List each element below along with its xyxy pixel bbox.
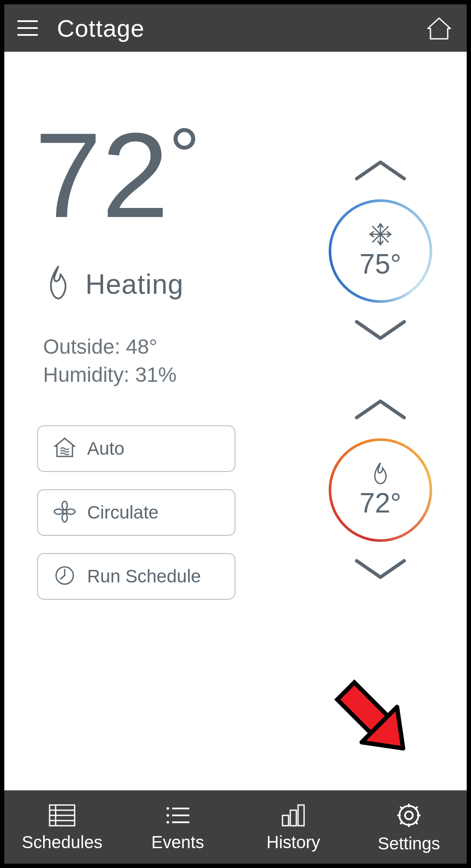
hvac-status: Heating: [85, 268, 184, 300]
flame-small-icon: [371, 461, 390, 487]
history-tab[interactable]: History: [236, 790, 351, 864]
svg-point-37: [399, 806, 418, 825]
history-icon: [278, 802, 308, 830]
run-schedule-label: Run Schedule: [87, 566, 201, 587]
cool-setpoint-block: 75°: [329, 151, 432, 351]
snowflake-icon: [368, 222, 392, 248]
schedules-label: Schedules: [22, 833, 103, 852]
home-icon[interactable]: [426, 16, 452, 42]
humidity: Humidity: 31%: [43, 363, 303, 387]
cool-setpoint-circle[interactable]: 75°: [329, 199, 432, 303]
svg-rect-33: [283, 815, 289, 826]
gear-icon: [395, 801, 423, 831]
svg-point-36: [405, 811, 413, 819]
events-tab[interactable]: Events: [120, 790, 236, 864]
svg-point-2: [66, 509, 75, 514]
current-temperature: 72°: [35, 121, 303, 230]
fan-circulate-label: Circulate: [87, 502, 159, 523]
schedules-icon: [47, 802, 77, 830]
events-label: Events: [151, 833, 204, 852]
svg-point-1: [62, 501, 67, 510]
svg-point-29: [166, 814, 169, 817]
mode-auto-button[interactable]: Auto: [37, 425, 236, 472]
svg-point-27: [166, 807, 169, 810]
heat-up-button[interactable]: [348, 390, 413, 430]
mode-auto-label: Auto: [87, 438, 124, 459]
location-title[interactable]: Cottage: [57, 14, 144, 42]
history-label: History: [267, 833, 320, 852]
settings-label: Settings: [378, 834, 440, 853]
fan-icon: [53, 500, 76, 525]
app-header: Cottage: [4, 4, 467, 52]
svg-rect-34: [290, 810, 296, 826]
outside-temp: Outside: 48°: [43, 335, 303, 359]
svg-rect-35: [298, 805, 304, 826]
flame-icon: [43, 264, 73, 305]
svg-line-7: [60, 576, 65, 579]
bottom-tab-bar: Schedules Events History: [4, 790, 467, 864]
run-schedule-button[interactable]: Run Schedule: [37, 553, 236, 600]
events-icon: [163, 802, 193, 830]
heat-setpoint-circle[interactable]: 72°: [329, 438, 432, 542]
svg-point-3: [62, 513, 67, 522]
cool-down-button[interactable]: [348, 311, 413, 351]
cool-up-button[interactable]: [348, 151, 413, 191]
menu-icon[interactable]: [17, 15, 43, 41]
house-auto-icon: [53, 437, 76, 461]
cool-setpoint-value: 75°: [360, 248, 402, 280]
svg-point-31: [166, 821, 169, 824]
main-content: 72° Heating Outside: 48° Humidity: 31%: [4, 52, 467, 790]
settings-tab[interactable]: Settings: [351, 790, 467, 864]
heat-setpoint-value: 72°: [360, 487, 402, 519]
svg-point-4: [54, 509, 63, 514]
heat-down-button[interactable]: [348, 550, 413, 590]
clock-icon: [53, 564, 76, 588]
fan-circulate-button[interactable]: Circulate: [37, 489, 236, 536]
heat-setpoint-block: 72°: [329, 390, 432, 590]
schedules-tab[interactable]: Schedules: [4, 790, 120, 864]
